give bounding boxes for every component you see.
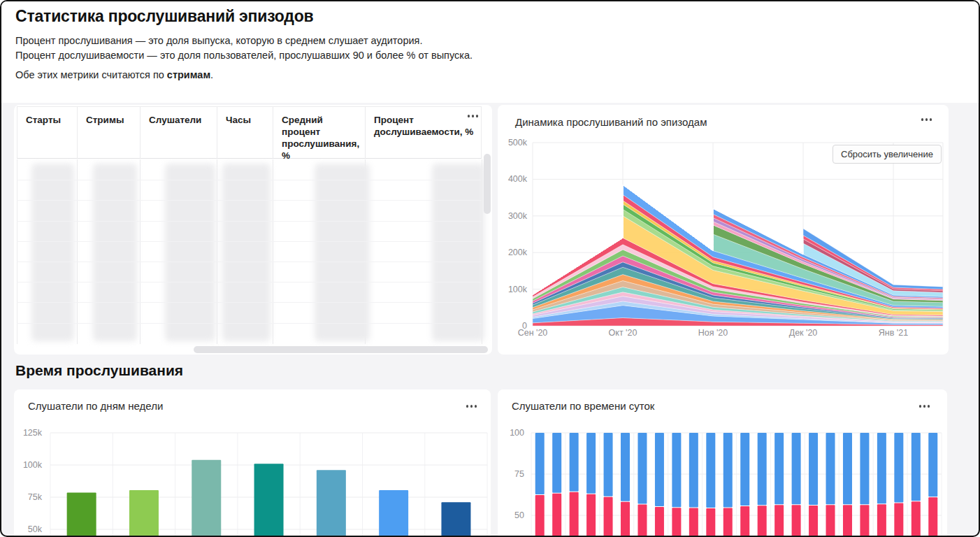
table-row-divider — [17, 200, 482, 201]
bar — [254, 464, 284, 537]
bar-segment-top — [723, 433, 733, 507]
x-axis-tick: Сен '20 — [518, 328, 548, 338]
x-axis-tick: Ноя '20 — [698, 328, 728, 338]
y-axis-tick: 75 — [514, 469, 524, 479]
bar-segment-top — [689, 433, 698, 508]
bar-segment-top — [621, 433, 630, 501]
table-header-cell[interactable]: Стримы — [77, 106, 140, 159]
bar-segment-bottom — [689, 508, 698, 537]
y-axis-tick: 75k — [28, 492, 43, 502]
table-column-divider — [140, 159, 140, 344]
bar — [67, 493, 96, 537]
description-line-1: Процент прослушивания — это доля выпуска… — [15, 34, 422, 48]
blurred-cell-values — [31, 164, 74, 341]
table-column-divider — [217, 159, 217, 344]
weekday-listeners-title: Слушатели по дням недели — [28, 400, 163, 412]
bar-segment-top — [826, 433, 835, 504]
daytime-listeners-card: Слушатели по времени суток 1007550 — [498, 389, 947, 537]
bar-segment-top — [637, 433, 647, 503]
table-header-cell[interactable]: Средний процент прослушивания, % — [273, 106, 365, 159]
section-title: Время прослушивания — [15, 362, 183, 379]
bar-segment-bottom — [928, 497, 937, 537]
bar-segment-bottom — [792, 505, 801, 537]
bar — [441, 502, 470, 537]
y-axis-tick: 50 — [514, 510, 524, 520]
table-column-divider — [77, 159, 78, 344]
bar-segment-bottom — [637, 504, 647, 537]
bar-segment-bottom — [911, 501, 921, 537]
page-title: Статистика прослушиваний эпизодов — [15, 7, 314, 26]
y-axis-tick: 50k — [28, 524, 43, 534]
metrics-note-bold: стримам — [167, 69, 210, 80]
bar — [129, 490, 159, 537]
bar-segment-top — [655, 433, 664, 506]
y-axis-tick: 100k — [23, 460, 43, 470]
table-row-divider — [17, 241, 482, 242]
bar-segment-top — [672, 433, 681, 507]
bar-segment-bottom — [586, 494, 596, 537]
table-header-cell[interactable]: Часы — [217, 106, 273, 159]
episodes-table-card: СтартыСтримыСлушателиЧасыСредний процент… — [14, 105, 492, 355]
bar-segment-bottom — [774, 505, 784, 537]
episodes-dynamics-chart: 500k400k300k200k100k0Сен '20Окт '20Ноя '… — [498, 105, 949, 355]
bar-segment-top — [586, 433, 596, 494]
bar-segment-top — [706, 433, 715, 508]
x-axis-tick: Дек '20 — [789, 328, 818, 338]
bar-segment-bottom — [740, 506, 749, 537]
bar-segment-bottom — [552, 494, 561, 537]
bar-segment-top — [860, 433, 869, 504]
table-column-divider — [17, 159, 17, 344]
bar-segment-bottom — [894, 503, 903, 537]
blurred-cell-values — [165, 164, 215, 341]
weekday-listeners-menu-button[interactable] — [463, 402, 480, 410]
bar-segment-bottom — [672, 508, 681, 537]
table-row-divider — [17, 282, 482, 282]
bar-segment-bottom — [843, 505, 852, 537]
bar-segment-top — [894, 433, 903, 503]
table-row-divider — [17, 221, 482, 222]
bar-segment-top — [843, 433, 852, 504]
table-header-cell[interactable]: Старты — [17, 106, 77, 159]
bar-segment-bottom — [809, 506, 818, 537]
y-axis-tick: 400k — [508, 174, 528, 184]
bar-segment-top — [552, 433, 561, 493]
reset-zoom-button[interactable]: Сбросить увеличение — [833, 145, 942, 164]
daytime-listeners-menu-button[interactable] — [916, 402, 933, 410]
bar-segment-bottom — [826, 505, 835, 537]
weekday-listeners-card: Слушатели по дням недели 125k100k75k50k — [14, 389, 491, 537]
vertical-scrollbar[interactable] — [484, 154, 491, 214]
bar — [379, 490, 408, 537]
ellipsis-icon — [466, 405, 469, 408]
description-line-2: Процент дослушиваемости — это доля польз… — [15, 48, 473, 63]
blurred-cell-values — [222, 164, 271, 341]
table-row-divider — [17, 323, 482, 324]
bar-segment-bottom — [723, 508, 733, 537]
bar-segment-top — [792, 433, 801, 504]
episodes-table: СтартыСтримыСлушателиЧасыСредний процент… — [14, 105, 492, 355]
blurred-cell-values — [93, 164, 137, 341]
bar-segment-bottom — [706, 508, 715, 537]
table-row-divider — [17, 180, 482, 180]
bar-segment-bottom — [570, 492, 579, 537]
bar-segment-bottom — [758, 506, 767, 537]
episodes-dynamics-card: Динамика прослушиваний по эпизодам 500k4… — [498, 105, 949, 355]
daytime-listeners-title: Слушатели по времени суток — [512, 400, 654, 412]
bar-segment-bottom — [655, 507, 664, 537]
y-axis-tick: 200k — [508, 248, 528, 257]
y-axis-tick: 100 — [510, 428, 524, 438]
bar-segment-top — [809, 433, 818, 505]
bar — [317, 470, 346, 537]
bar-segment-bottom — [535, 495, 545, 537]
bar-segment-top — [740, 433, 749, 506]
bar-segment-bottom — [621, 502, 630, 537]
weekday-listeners-chart: 125k100k75k50k — [14, 417, 491, 537]
table-menu-button[interactable] — [465, 112, 482, 120]
bar-segment-top — [570, 433, 579, 492]
metrics-note: Обе этих метрики считаются по стримам. — [15, 68, 213, 83]
table-header-cell[interactable]: Слушатели — [140, 106, 217, 159]
bar-segment-top — [604, 433, 613, 496]
horizontal-scrollbar[interactable] — [194, 346, 488, 353]
bar-segment-top — [535, 433, 545, 494]
window-frame: Статистика прослушиваний эпизодов Процен… — [0, 0, 980, 537]
bar-segment-top — [758, 433, 767, 505]
